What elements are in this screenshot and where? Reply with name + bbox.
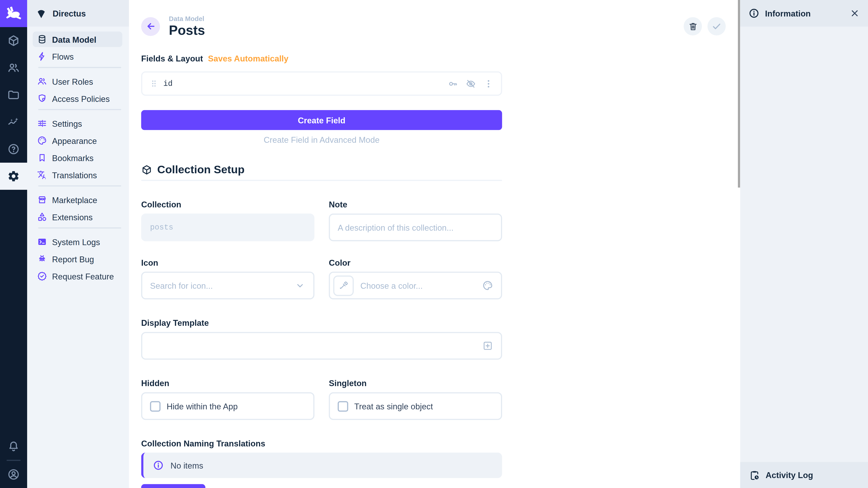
badge-check-icon [37, 271, 47, 281]
module-insights-button[interactable] [0, 108, 27, 135]
chevron-down-icon[interactable] [294, 280, 306, 291]
collection-setup-title: Collection Setup [157, 163, 245, 176]
icon-search-input[interactable] [150, 281, 290, 291]
activity-log-section[interactable]: Activity Log [740, 462, 868, 488]
nav-item-access-policies[interactable]: Access Policies [33, 91, 122, 106]
bolt-icon [37, 52, 47, 61]
setup-form-row-2: Hidden Hide within the App Singleton Tre… [141, 379, 502, 420]
save-button[interactable] [708, 17, 726, 35]
page-title: Posts [169, 23, 205, 38]
display-template-input-wrap [141, 332, 502, 360]
create-new-button[interactable]: Create New [141, 484, 205, 488]
nav-item-data-model[interactable]: Data Model [33, 32, 122, 47]
create-field-button[interactable]: Create Field [141, 110, 502, 130]
hidden-checkbox[interactable]: Hide within the App [141, 392, 314, 420]
module-settings-button[interactable] [0, 163, 27, 190]
delete-collection-button[interactable] [684, 17, 702, 35]
note-label: Note [329, 200, 502, 209]
icon-field-group: Icon [141, 258, 314, 300]
users-icon [7, 61, 20, 74]
nav-list: Data Model Flows User Roles [27, 27, 129, 286]
nav-item-appearance[interactable]: Appearance [33, 133, 122, 149]
user-roles-icon [37, 76, 47, 86]
module-bar [0, 0, 27, 488]
shapes-icon [37, 212, 47, 222]
info-icon [748, 8, 760, 19]
project-header[interactable]: Directus [27, 0, 129, 27]
nav-item-label: System Logs [52, 237, 100, 247]
nav-item-label: Bookmarks [52, 153, 94, 162]
nav-item-marketplace[interactable]: Marketplace [33, 192, 122, 207]
display-template-label: Display Template [141, 318, 502, 328]
plus-box-icon[interactable] [482, 340, 493, 352]
color-input-wrap [329, 272, 502, 299]
create-field-advanced-link[interactable]: Create Field in Advanced Mode [141, 135, 502, 145]
nav-item-user-roles[interactable]: User Roles [33, 74, 122, 89]
bell-icon [7, 440, 20, 453]
nav-item-label: Translations [52, 170, 97, 180]
nav-item-request-feature[interactable]: Request Feature [33, 268, 122, 284]
insights-icon [7, 116, 20, 128]
eye-off-icon[interactable] [466, 78, 476, 89]
directus-rabbit-logo [5, 5, 22, 22]
nav-item-label: Report Bug [52, 254, 94, 264]
display-template-row: Display Template [141, 318, 502, 360]
nav-item-flows[interactable]: Flows [33, 49, 122, 64]
nav-item-label: Request Feature [52, 271, 114, 281]
nav-item-label: Access Policies [52, 94, 110, 103]
checkbox-icon[interactable] [150, 401, 161, 412]
nav-item-extensions[interactable]: Extensions [33, 209, 122, 225]
nav-divider [38, 185, 121, 186]
drag-handle-icon[interactable] [149, 79, 158, 88]
color-swatch-button[interactable] [333, 275, 354, 296]
nav-item-label: Marketplace [52, 195, 97, 204]
nav-item-bookmarks[interactable]: Bookmarks [33, 150, 122, 166]
color-input[interactable] [360, 281, 477, 291]
module-users-button[interactable] [0, 54, 27, 81]
setup-form-row-1: Collection Note Icon [141, 200, 502, 300]
nav-item-system-logs[interactable]: System Logs [33, 234, 122, 250]
module-content-button[interactable] [0, 27, 27, 54]
notifications-button[interactable] [0, 433, 27, 460]
close-icon[interactable] [850, 8, 860, 18]
nav-item-label: Data Model [52, 35, 96, 44]
directus-logo-button[interactable] [0, 0, 27, 27]
module-help-button[interactable] [0, 135, 27, 163]
trash-icon [688, 22, 698, 31]
nav-item-translations[interactable]: Translations [33, 167, 122, 183]
nav-item-label: Flows [52, 52, 74, 61]
collection-setup-heading: Collection Setup [141, 163, 502, 176]
nav-item-report-bug[interactable]: Report Bug [33, 251, 122, 267]
arrow-left-icon [145, 21, 156, 32]
more-vert-icon[interactable] [483, 78, 494, 89]
terminal-icon [37, 237, 47, 247]
no-items-text: No items [170, 461, 203, 470]
module-files-button[interactable] [0, 81, 27, 108]
note-field-group: Note [329, 200, 502, 241]
clipboard-clock-icon [749, 469, 760, 481]
note-input[interactable] [338, 223, 493, 232]
singleton-checkbox[interactable]: Treat as single object [329, 392, 502, 420]
section-divider [141, 180, 502, 181]
field-row-icons [448, 78, 494, 89]
display-template-input[interactable] [150, 341, 478, 351]
breadcrumb: Data Model [169, 15, 205, 23]
account-button[interactable] [0, 461, 27, 488]
color-label: Color [329, 258, 502, 267]
hidden-checkbox-label: Hide within the App [166, 402, 238, 411]
header-actions [684, 17, 725, 35]
field-row-id: id [141, 72, 502, 96]
information-section-header[interactable]: Information [740, 0, 868, 27]
nav-item-settings[interactable]: Settings [33, 116, 122, 131]
singleton-checkbox-label: Treat as single object [354, 402, 433, 411]
main-scrollbar[interactable] [738, 0, 740, 188]
directus-app: Directus Data Model [0, 0, 868, 488]
icon-select[interactable] [141, 272, 314, 299]
back-button[interactable] [141, 17, 160, 36]
bookmark-icon [37, 153, 47, 163]
nav-item-label: Extensions [52, 212, 93, 222]
palette-icon[interactable] [482, 280, 493, 291]
information-title: Information [765, 8, 811, 18]
checkbox-icon[interactable] [338, 401, 348, 412]
check-icon [711, 21, 722, 32]
